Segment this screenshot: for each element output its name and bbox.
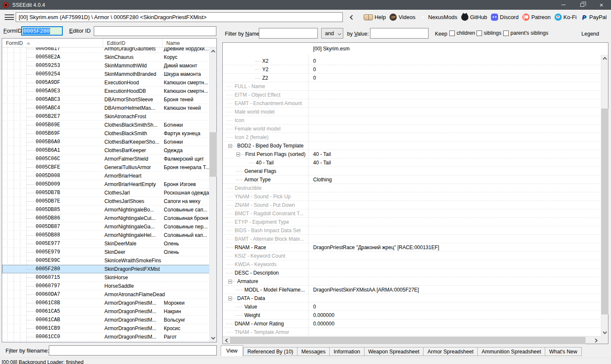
legend-button[interactable]: Legend <box>581 31 599 37</box>
list-row[interactable]: 00061CA5ArmorDragonPriestM...Накрин <box>2 307 210 316</box>
scrollbar-thumb[interactable] <box>210 132 217 177</box>
parents-siblings-checkbox[interactable] <box>503 31 509 36</box>
list-row[interactable]: 0005DB85ArmorNightingaleBo...Соловьиные … <box>2 206 210 214</box>
filter-by-name-input[interactable] <box>259 28 318 39</box>
scroll-up-icon[interactable] <box>210 47 217 55</box>
tab-weapon-spreadsheet[interactable]: Weapon Spreadsheet <box>364 347 424 356</box>
tree-row[interactable]: DNAM - Armor Rating0.000000 <box>223 320 600 328</box>
help-link[interactable]: Help <box>363 14 387 20</box>
tab-referenced-by-10[interactable]: Referenced By (10) <box>243 347 297 356</box>
tree-row[interactable]: ETYP - Equipment Type <box>223 218 600 226</box>
tree-row[interactable]: Value0 <box>223 303 600 311</box>
tree-row[interactable]: BMCT - Ragdoll Constraint T... <box>223 209 600 218</box>
tree-row[interactable]: KSIZ - Keyword Count <box>223 252 600 260</box>
collapse-icon[interactable] <box>228 144 232 148</box>
paypal-link[interactable]: PPayPal <box>580 14 608 21</box>
tree-row[interactable]: FULL - Name <box>223 82 600 91</box>
tree-row[interactable]: TNAM - Template Armor <box>223 328 600 336</box>
list-row[interactable]: 0005ABC3DBArmorShortSleeveБроня теней <box>2 95 210 104</box>
field-value[interactable]: 40 - Tail <box>313 150 331 158</box>
children-checkbox[interactable] <box>449 31 455 36</box>
field-value[interactable]: 40 - Tail <box>313 158 331 167</box>
panel-splitter[interactable] <box>217 25 220 357</box>
tab-view[interactable]: View <box>221 345 243 356</box>
tree-row[interactable]: First Person Flags (sorted)40 - Tail <box>223 150 600 158</box>
list-row[interactable]: 0005DB86ArmorNightingaleCui...Соловьиная… <box>2 214 210 222</box>
plugin-column-header[interactable]: [00] Skyrim.esm <box>313 46 350 52</box>
tree-row[interactable]: Weight0.000000 <box>223 311 600 320</box>
field-value[interactable]: DragonPriestSkinFXMistAA [ARMA:0005F27E] <box>313 286 419 294</box>
list-row[interactable]: 00059253SkinMammothWildДикий мамонт <box>2 61 210 70</box>
tree-row[interactable]: Icon <box>223 116 600 125</box>
column-header-name[interactable]: Name <box>163 39 210 47</box>
filter-by-value-input[interactable] <box>370 28 429 39</box>
github-link[interactable]: GitHub <box>460 14 488 21</box>
list-row[interactable]: 0005DB7BClothesJarlРоскошная одежда <box>2 189 210 197</box>
field-value[interactable]: 0 <box>313 303 316 311</box>
tree-row[interactable]: YNAM - Sound - Pick Up <box>223 192 600 201</box>
list-row[interactable]: 00061CABArmorDragonPriestM...Вольсунг <box>2 316 210 324</box>
scroll-down-icon[interactable] <box>601 329 608 336</box>
discord-link[interactable]: Discord <box>490 14 519 21</box>
kofi-link[interactable]: Ko-Fi <box>554 14 577 21</box>
list-row[interactable]: 0005D009ArmorBriarHeartEmptyБроня Изгоев <box>2 180 210 189</box>
tab-messages[interactable]: Messages <box>297 347 330 356</box>
tree-row[interactable]: X20 <box>223 57 600 65</box>
tree-row[interactable]: Destructible <box>223 184 600 192</box>
scroll-left-icon[interactable] <box>223 337 230 344</box>
list-row[interactable]: 0005B69EClothesBlackSmithSh...Ботинки <box>2 121 210 129</box>
field-value[interactable]: 0 <box>313 57 316 65</box>
list-row[interactable]: 0005C06CArmorFalmerShieldФалмерский щит <box>2 155 210 163</box>
tree-row[interactable]: BOD2 - Biped Body Template <box>223 142 600 150</box>
list-row[interactable]: 0005B6A1ClothesBarKeeperОдежда <box>2 146 210 155</box>
list-row[interactable]: 0005E979SkinDeerОлень <box>2 248 210 256</box>
field-value[interactable]: DragonPriestRace "Драконий жрец" [RACE:0… <box>313 243 439 252</box>
list-row[interactable]: 0005B69FClothesBlackSmithФартук кузнеца <box>2 129 210 138</box>
field-value[interactable]: 0 <box>313 74 316 82</box>
tree-row[interactable]: General Flags <box>223 167 600 175</box>
tree-row[interactable]: Armature <box>223 277 600 286</box>
close-button[interactable]: × <box>592 0 611 10</box>
list-row[interactable]: 00061CB9ArmorDragonPriestM...Кросис <box>2 324 210 333</box>
list-row[interactable]: 00060715SkinHorse <box>2 273 210 282</box>
list-row[interactable]: 0005ABC4DBArmorHelmetMas...Капюшон теней <box>2 104 210 112</box>
collapse-icon[interactable] <box>228 280 232 283</box>
editorid-input[interactable] <box>94 26 216 36</box>
tree-row[interactable]: Y20 <box>223 65 600 74</box>
filter-operator-select[interactable]: and <box>321 28 343 39</box>
menu-icon[interactable] <box>5 14 14 20</box>
tree-row[interactable]: 40 - Tail40 - Tail <box>223 158 600 167</box>
scrollbar-thumb[interactable] <box>601 108 608 314</box>
list-row[interactable]: 0005A9DFExecutionHoodКапюшон смертн... <box>2 78 210 87</box>
field-value[interactable]: 0 <box>313 65 316 74</box>
restore-button[interactable] <box>573 0 592 10</box>
scroll-up-icon[interactable] <box>601 55 608 62</box>
record-view-vscrollbar[interactable] <box>601 55 608 336</box>
scroll-down-icon[interactable] <box>210 335 217 342</box>
list-row[interactable]: 0005D008ArmorBriarHeart <box>2 172 210 180</box>
list-row[interactable]: 00061CC0ArmorDragonPriestM...Рагот <box>2 333 210 341</box>
field-value[interactable]: 0.000000 <box>313 320 334 328</box>
scroll-right-icon[interactable] <box>593 337 600 344</box>
record-view-column-header[interactable]: [00] Skyrim.esm <box>223 43 608 55</box>
list-row[interactable]: 00061C8BArmorDragonPriestM...Морокеи <box>2 299 210 307</box>
back-button[interactable] <box>345 12 359 22</box>
collapse-icon[interactable] <box>228 297 232 300</box>
tree-row[interactable]: MODL - Model FileName...DragonPriestSkin… <box>223 286 600 294</box>
tree-row[interactable]: KWDA - Keywords <box>223 260 600 269</box>
list-row[interactable]: 0005E99CSkinIceWraithSmokeFins <box>2 256 210 265</box>
list-row[interactable]: 0005DB87ArmorNightingaleGa...Соловьиные … <box>2 222 210 231</box>
tab-ammunition-spreadsheet[interactable]: Ammunition Spreadsheet <box>478 347 545 356</box>
tree-row[interactable]: Icon 2 (female) <box>223 133 600 142</box>
field-value[interactable]: 0.000000 <box>313 311 334 320</box>
tree-row[interactable]: Male world model <box>223 108 600 116</box>
tree-row[interactable]: BIDS - Bash Impact Data Set <box>223 226 600 235</box>
tree-row[interactable]: RNAM - RaceDragonPriestRace "Драконий жр… <box>223 243 600 252</box>
collapse-icon[interactable] <box>236 153 240 156</box>
siblings-checkbox[interactable] <box>476 31 482 36</box>
nexusmods-link[interactable]: ✕NexusMods <box>418 14 458 21</box>
field-value[interactable]: Clothing <box>313 175 332 184</box>
tree-row[interactable]: EITM - Object Effect <box>223 91 600 99</box>
list-row[interactable]: 00060DA7ArmorAtronachFlameDead <box>2 290 210 299</box>
tab-what-s-new[interactable]: What's New <box>545 347 581 356</box>
